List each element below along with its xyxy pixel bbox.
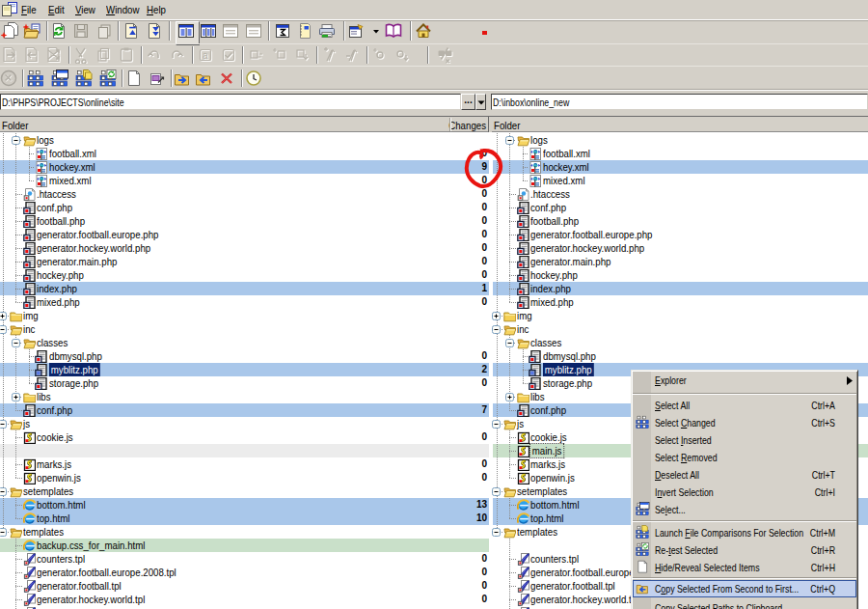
svg-text:a: a (203, 50, 208, 61)
